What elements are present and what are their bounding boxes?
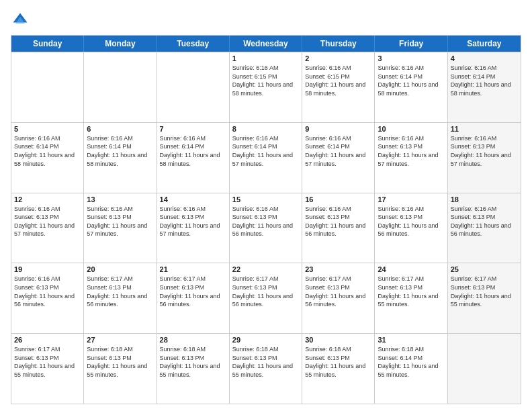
day-number: 3 [378, 54, 444, 62]
calendar-cell [84, 52, 157, 122]
calendar-cell: 7Sunrise: 6:16 AM Sunset: 6:14 PM Daylig… [157, 123, 230, 193]
calendar-cell: 28Sunrise: 6:18 AM Sunset: 6:13 PM Dayli… [157, 334, 230, 404]
calendar-row: 19Sunrise: 6:16 AM Sunset: 6:13 PM Dayli… [11, 263, 521, 333]
page: SundayMondayTuesdayWednesdayThursdayFrid… [0, 0, 532, 411]
calendar-row: 12Sunrise: 6:16 AM Sunset: 6:13 PM Dayli… [11, 193, 521, 263]
calendar-cell: 24Sunrise: 6:17 AM Sunset: 6:13 PM Dayli… [375, 263, 447, 333]
day-detail: Sunrise: 6:16 AM Sunset: 6:14 PM Dayligh… [14, 134, 81, 168]
calendar-cell: 4Sunrise: 6:16 AM Sunset: 6:14 PM Daylig… [448, 52, 521, 122]
day-number: 27 [87, 336, 153, 344]
logo-icon [11, 11, 30, 30]
day-number: 26 [14, 336, 81, 344]
day-detail: Sunrise: 6:17 AM Sunset: 6:13 PM Dayligh… [14, 345, 81, 379]
day-number: 24 [378, 265, 444, 273]
calendar-cell: 15Sunrise: 6:16 AM Sunset: 6:13 PM Dayli… [230, 193, 302, 263]
day-detail: Sunrise: 6:16 AM Sunset: 6:13 PM Dayligh… [160, 205, 226, 238]
calendar-cell: 3Sunrise: 6:16 AM Sunset: 6:14 PM Daylig… [375, 52, 447, 122]
day-number: 4 [451, 54, 518, 62]
calendar-header-cell: Sunday [11, 36, 84, 52]
calendar-header-cell: Monday [84, 36, 157, 52]
day-detail: Sunrise: 6:16 AM Sunset: 6:13 PM Dayligh… [14, 275, 81, 308]
day-number: 15 [232, 195, 299, 203]
calendar-header-cell: Saturday [448, 36, 521, 52]
calendar-cell: 30Sunrise: 6:18 AM Sunset: 6:13 PM Dayli… [302, 334, 375, 404]
day-detail: Sunrise: 6:16 AM Sunset: 6:14 PM Dayligh… [232, 134, 299, 168]
calendar-cell: 25Sunrise: 6:17 AM Sunset: 6:13 PM Dayli… [448, 263, 521, 333]
calendar-cell: 10Sunrise: 6:16 AM Sunset: 6:13 PM Dayli… [375, 123, 447, 193]
header [11, 11, 521, 30]
day-detail: Sunrise: 6:16 AM Sunset: 6:15 PM Dayligh… [305, 64, 371, 97]
calendar-header-row: SundayMondayTuesdayWednesdayThursdayFrid… [11, 36, 521, 52]
day-number: 1 [232, 54, 299, 62]
calendar-header-cell: Thursday [302, 36, 375, 52]
calendar-cell: 11Sunrise: 6:16 AM Sunset: 6:13 PM Dayli… [448, 123, 521, 193]
logo [11, 11, 32, 30]
calendar-cell: 20Sunrise: 6:17 AM Sunset: 6:13 PM Dayli… [84, 263, 157, 333]
calendar-cell: 6Sunrise: 6:16 AM Sunset: 6:14 PM Daylig… [84, 123, 157, 193]
calendar-cell: 21Sunrise: 6:17 AM Sunset: 6:13 PM Dayli… [157, 263, 230, 333]
day-number: 13 [87, 195, 153, 203]
day-detail: Sunrise: 6:16 AM Sunset: 6:14 PM Dayligh… [305, 134, 371, 168]
day-detail: Sunrise: 6:16 AM Sunset: 6:13 PM Dayligh… [87, 205, 153, 238]
day-number: 19 [14, 265, 81, 273]
day-detail: Sunrise: 6:16 AM Sunset: 6:13 PM Dayligh… [451, 134, 518, 168]
day-number: 30 [305, 336, 371, 344]
day-detail: Sunrise: 6:18 AM Sunset: 6:13 PM Dayligh… [305, 345, 371, 379]
day-number: 12 [14, 195, 81, 203]
day-detail: Sunrise: 6:16 AM Sunset: 6:13 PM Dayligh… [305, 205, 371, 238]
calendar-cell: 27Sunrise: 6:18 AM Sunset: 6:13 PM Dayli… [84, 334, 157, 404]
calendar-cell: 13Sunrise: 6:16 AM Sunset: 6:13 PM Dayli… [84, 193, 157, 263]
calendar-cell: 9Sunrise: 6:16 AM Sunset: 6:14 PM Daylig… [302, 123, 375, 193]
day-detail: Sunrise: 6:17 AM Sunset: 6:13 PM Dayligh… [160, 275, 226, 308]
day-number: 10 [378, 125, 444, 133]
day-detail: Sunrise: 6:16 AM Sunset: 6:13 PM Dayligh… [232, 205, 299, 238]
calendar-row: 26Sunrise: 6:17 AM Sunset: 6:13 PM Dayli… [11, 333, 521, 404]
calendar-cell: 14Sunrise: 6:16 AM Sunset: 6:13 PM Dayli… [157, 193, 230, 263]
day-number: 16 [305, 195, 371, 203]
calendar-cell: 5Sunrise: 6:16 AM Sunset: 6:14 PM Daylig… [11, 123, 84, 193]
calendar-cell [448, 334, 521, 404]
calendar-cell: 1Sunrise: 6:16 AM Sunset: 6:15 PM Daylig… [230, 52, 302, 122]
calendar-cell: 26Sunrise: 6:17 AM Sunset: 6:13 PM Dayli… [11, 334, 84, 404]
day-detail: Sunrise: 6:17 AM Sunset: 6:13 PM Dayligh… [305, 275, 371, 308]
day-detail: Sunrise: 6:18 AM Sunset: 6:14 PM Dayligh… [378, 345, 444, 379]
day-number: 29 [232, 336, 299, 344]
day-number: 17 [378, 195, 444, 203]
calendar-cell: 31Sunrise: 6:18 AM Sunset: 6:14 PM Dayli… [375, 334, 447, 404]
day-number: 18 [451, 195, 518, 203]
day-detail: Sunrise: 6:16 AM Sunset: 6:13 PM Dayligh… [14, 205, 81, 238]
day-number: 11 [451, 125, 518, 133]
day-detail: Sunrise: 6:16 AM Sunset: 6:14 PM Dayligh… [378, 64, 444, 97]
day-number: 21 [160, 265, 226, 273]
calendar-cell: 8Sunrise: 6:16 AM Sunset: 6:14 PM Daylig… [230, 123, 302, 193]
day-detail: Sunrise: 6:16 AM Sunset: 6:14 PM Dayligh… [451, 64, 518, 97]
day-number: 7 [160, 125, 226, 133]
calendar-header-cell: Tuesday [157, 36, 230, 52]
calendar: SundayMondayTuesdayWednesdayThursdayFrid… [11, 35, 521, 404]
day-number: 20 [87, 265, 153, 273]
day-number: 14 [160, 195, 226, 203]
calendar-header-cell: Wednesday [230, 36, 302, 52]
calendar-cell: 19Sunrise: 6:16 AM Sunset: 6:13 PM Dayli… [11, 263, 84, 333]
day-detail: Sunrise: 6:16 AM Sunset: 6:14 PM Dayligh… [87, 134, 153, 168]
day-number: 8 [232, 125, 299, 133]
day-number: 2 [305, 54, 371, 62]
day-number: 25 [451, 265, 518, 273]
calendar-cell: 23Sunrise: 6:17 AM Sunset: 6:13 PM Dayli… [302, 263, 375, 333]
calendar-cell: 2Sunrise: 6:16 AM Sunset: 6:15 PM Daylig… [302, 52, 375, 122]
day-detail: Sunrise: 6:16 AM Sunset: 6:13 PM Dayligh… [451, 205, 518, 238]
day-number: 31 [378, 336, 444, 344]
day-detail: Sunrise: 6:16 AM Sunset: 6:13 PM Dayligh… [378, 205, 444, 238]
calendar-header-cell: Friday [375, 36, 447, 52]
calendar-row: 5Sunrise: 6:16 AM Sunset: 6:14 PM Daylig… [11, 122, 521, 193]
day-number: 9 [305, 125, 371, 133]
calendar-cell: 17Sunrise: 6:16 AM Sunset: 6:13 PM Dayli… [375, 193, 447, 263]
calendar-cell: 12Sunrise: 6:16 AM Sunset: 6:13 PM Dayli… [11, 193, 84, 263]
calendar-cell [11, 52, 84, 122]
calendar-row: 1Sunrise: 6:16 AM Sunset: 6:15 PM Daylig… [11, 52, 521, 122]
day-detail: Sunrise: 6:18 AM Sunset: 6:13 PM Dayligh… [87, 345, 153, 379]
calendar-cell: 18Sunrise: 6:16 AM Sunset: 6:13 PM Dayli… [448, 193, 521, 263]
calendar-cell: 29Sunrise: 6:18 AM Sunset: 6:13 PM Dayli… [230, 334, 302, 404]
day-detail: Sunrise: 6:18 AM Sunset: 6:13 PM Dayligh… [160, 345, 226, 379]
day-detail: Sunrise: 6:17 AM Sunset: 6:13 PM Dayligh… [451, 275, 518, 308]
